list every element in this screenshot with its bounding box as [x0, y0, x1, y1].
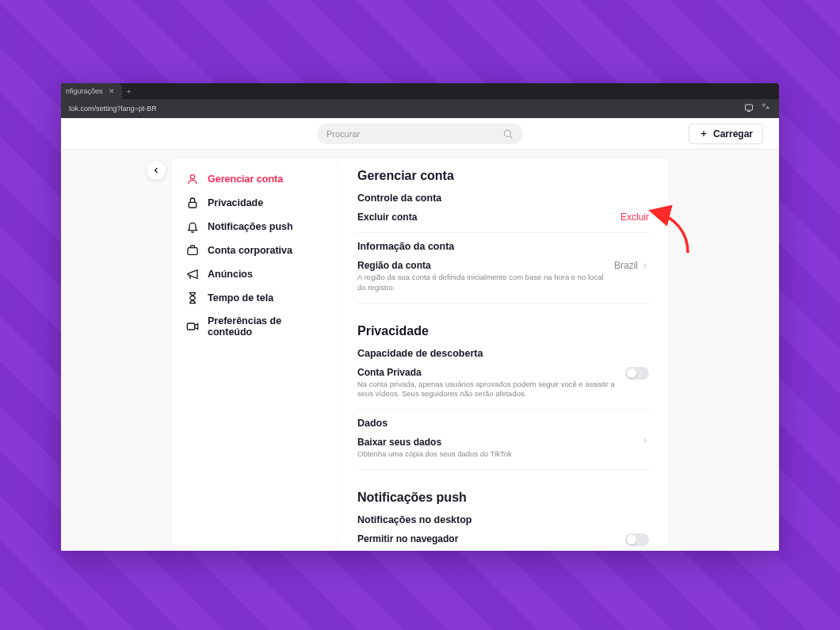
search-box[interactable]	[317, 124, 523, 144]
sidebar-item-privacy[interactable]: Privacidade	[172, 191, 338, 215]
settings-main-panel: Gerenciar conta Controle da conta Exclui…	[338, 158, 668, 546]
subheader-data: Dados	[357, 418, 649, 429]
search-icon[interactable]	[502, 128, 514, 139]
private-account-label: Conta Privada	[357, 367, 616, 378]
browser-tabbar: nfigurações ✕ ＋	[61, 83, 779, 99]
browser-addressbar: tok.com/setting?lang=pt-BR	[61, 99, 779, 118]
tab-title: nfigurações	[66, 87, 103, 95]
subheader-discoverability: Capacidade de descoberta	[357, 348, 649, 359]
region-label: Região da conta	[357, 260, 605, 271]
sidebar-item-label: Notificações push	[208, 221, 293, 232]
svg-rect-3	[189, 202, 196, 208]
sidebar-item-label: Gerenciar conta	[208, 174, 283, 185]
sidebar-item-label: Tempo de tela	[208, 292, 273, 304]
chevron-right-icon	[641, 262, 649, 269]
sidebar-item-business[interactable]: Conta corporativa	[172, 239, 338, 262]
download-data-desc: Obtenha uma cópia dos seus dados do TikT…	[357, 449, 632, 460]
delete-account-label: Excluir conta	[357, 212, 611, 223]
svg-rect-4	[188, 248, 197, 255]
allow-browser-label: Permitir no navegador	[357, 533, 616, 544]
region-value-text: Brazil	[614, 260, 638, 271]
svg-point-1	[504, 130, 510, 136]
back-button[interactable]	[147, 161, 166, 180]
sidebar-item-label: Privacidade	[208, 197, 263, 208]
upload-label: Carregar	[713, 128, 753, 139]
download-data-label: Baixar seus dados	[357, 437, 632, 448]
row-private-account: Conta Privada Na conta privada, apenas u…	[357, 365, 649, 410]
sidebar-item-ads[interactable]: Anúncios	[172, 262, 338, 286]
browser-tab[interactable]: nfigurações ✕	[61, 83, 122, 99]
region-desc: A região da sua conta é definida inicial…	[357, 273, 605, 293]
sidebar-item-screen-time[interactable]: Tempo de tela	[172, 286, 338, 310]
svg-rect-0	[746, 105, 753, 110]
row-download-data[interactable]: Baixar seus dados Obtenha uma cópia dos …	[357, 435, 649, 470]
sidebar-item-content-prefs[interactable]: Preferências de conteúdo	[172, 310, 338, 343]
url-text[interactable]: tok.com/setting?lang=pt-BR	[69, 105, 157, 113]
private-account-toggle[interactable]	[625, 367, 649, 380]
svg-rect-5	[187, 323, 194, 330]
sidebar-item-label: Conta corporativa	[208, 245, 292, 256]
plus-icon: ＋	[699, 127, 708, 140]
chevron-right-icon	[641, 437, 649, 445]
translate-icon[interactable]	[762, 103, 771, 114]
sidebar-item-label: Anúncios	[208, 269, 253, 280]
install-app-icon[interactable]	[744, 103, 754, 114]
browser-window: nfigurações ✕ ＋ tok.com/setting?lang=pt-…	[61, 83, 779, 551]
subheader-account-info: Informação da conta	[357, 241, 649, 252]
site-header: ＋ Carregar	[61, 118, 779, 150]
region-value[interactable]: Brazil	[614, 260, 649, 271]
close-icon[interactable]: ✕	[108, 87, 116, 95]
settings-layout: Gerenciar conta Privacidade Notificações…	[172, 158, 668, 551]
allow-browser-toggle[interactable]	[625, 533, 649, 546]
video-icon	[186, 320, 199, 333]
section-title-privacy: Privacidade	[357, 324, 649, 338]
new-tab-button[interactable]: ＋	[122, 86, 136, 97]
row-delete-account: Excluir conta Excluir	[357, 210, 649, 233]
page-body: Gerenciar conta Privacidade Notificações…	[61, 150, 779, 551]
lock-icon	[186, 197, 199, 209]
megaphone-icon	[186, 268, 199, 281]
section-title-manage: Gerenciar conta	[357, 169, 649, 183]
user-icon	[186, 173, 199, 185]
row-allow-browser: Permitir no navegador Fique por dentro c…	[357, 532, 649, 546]
hourglass-icon	[186, 292, 199, 304]
subheader-account-control: Controle da conta	[357, 193, 649, 204]
sidebar-item-push[interactable]: Notificações push	[172, 215, 338, 239]
upload-button[interactable]: ＋ Carregar	[689, 124, 763, 144]
section-title-push: Notificações push	[357, 491, 649, 505]
subheader-desktop-notifications: Notificações no desktop	[357, 514, 649, 525]
svg-point-2	[190, 175, 194, 179]
settings-sidebar: Gerenciar conta Privacidade Notificações…	[172, 158, 338, 546]
bell-icon	[186, 220, 199, 233]
row-account-region[interactable]: Região da conta A região da sua conta é …	[357, 258, 649, 304]
delete-account-action[interactable]: Excluir	[620, 212, 649, 223]
sidebar-item-label: Preferências de conteúdo	[208, 315, 324, 338]
search-input[interactable]	[326, 129, 502, 139]
briefcase-icon	[186, 244, 199, 257]
private-account-desc: Na conta privada, apenas usuários aprova…	[357, 380, 616, 400]
sidebar-item-manage-account[interactable]: Gerenciar conta	[172, 167, 338, 191]
